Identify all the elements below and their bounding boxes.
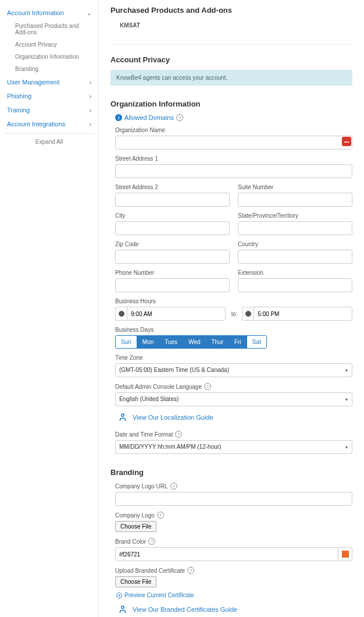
brand-color-input[interactable] bbox=[115, 547, 338, 561]
preview-icon bbox=[116, 593, 122, 598]
nav-label: Account Information bbox=[7, 9, 64, 16]
chevron-right-icon: › bbox=[90, 93, 91, 100]
help-icon[interactable]: ? bbox=[175, 431, 182, 438]
ext-input[interactable] bbox=[238, 278, 352, 292]
chevron-right-icon: › bbox=[90, 121, 91, 127]
label-country: Country bbox=[238, 241, 352, 247]
day-btn-sun[interactable]: Sun bbox=[116, 336, 137, 348]
days-toggle-group: SunMonTuesWedThurFriSat bbox=[115, 335, 267, 349]
section-title: Purchased Products and Add-ons bbox=[110, 6, 352, 15]
lang-select[interactable]: English (United States) bbox=[115, 392, 352, 406]
hours-to-input[interactable] bbox=[254, 311, 352, 317]
cert-guide-link[interactable]: View Our Branded Certificates Guide bbox=[117, 604, 352, 615]
org-name-input[interactable] bbox=[115, 136, 352, 150]
org-section: Organization Information i Allowed Domai… bbox=[110, 100, 352, 454]
guide-icon bbox=[117, 412, 128, 423]
city-input[interactable] bbox=[115, 221, 230, 235]
subnav-privacy[interactable]: Account Privacy bbox=[13, 38, 94, 51]
link-text: Preview Current Certificate bbox=[124, 592, 194, 598]
nav-label: Account Integrations bbox=[7, 120, 65, 127]
color-swatch-box[interactable] bbox=[338, 547, 352, 561]
day-btn-tues[interactable]: Tues bbox=[159, 336, 183, 348]
section-title: Account Privacy bbox=[110, 55, 352, 64]
preview-cert-link[interactable]: Preview Current Certificate bbox=[116, 592, 352, 598]
allowed-domains-link[interactable]: i Allowed Domains ? bbox=[115, 114, 352, 121]
nav-training[interactable]: Training › bbox=[5, 103, 94, 117]
hours-from-group[interactable] bbox=[115, 307, 226, 321]
timezone-select[interactable]: (GMT-05:00) Eastern Time (US & Canada) bbox=[115, 363, 352, 377]
label-lang: Default Admin Console Language ? bbox=[115, 383, 352, 390]
nav-account-info[interactable]: Account Information ⌄ bbox=[5, 6, 94, 20]
help-icon[interactable]: ? bbox=[204, 383, 211, 390]
sub-nav: Purchased Products and Add-ons Account P… bbox=[5, 20, 94, 75]
day-btn-sat[interactable]: Sat bbox=[247, 336, 266, 348]
day-btn-thur[interactable]: Thur bbox=[206, 336, 230, 348]
street2-input[interactable] bbox=[115, 193, 230, 207]
color-swatch bbox=[342, 551, 349, 558]
datetime-select[interactable]: MM/DD/YYYY hh:mm AM/PM (12-hour) bbox=[115, 440, 352, 454]
day-btn-wed[interactable]: Wed bbox=[183, 336, 206, 348]
link-text: View Our Localization Guide bbox=[133, 414, 213, 421]
help-icon[interactable]: ? bbox=[170, 483, 177, 490]
privacy-section: Account Privacy KnowBe4 agents can acces… bbox=[110, 55, 352, 86]
nav-label: Phishing bbox=[7, 93, 31, 100]
choose-file-cert-button[interactable]: Choose File bbox=[115, 576, 156, 587]
label-brand-color: Brand Color ? bbox=[115, 538, 352, 545]
subnav-purchased[interactable]: Purchased Products and Add-ons bbox=[13, 20, 94, 38]
day-btn-mon[interactable]: Mon bbox=[137, 336, 159, 348]
label-datetime: Date and Time Format ? bbox=[115, 431, 352, 438]
label-suite: Suite Number bbox=[238, 184, 352, 190]
subnav-org-info[interactable]: Organization Information bbox=[13, 51, 94, 63]
label-logo-url: Company Logo URL ? bbox=[115, 483, 352, 490]
nav-user-mgmt[interactable]: User Management › bbox=[5, 75, 94, 89]
main-content: Purchased Products and Add-ons KMSAT Acc… bbox=[99, 0, 364, 617]
label-timezone: Time Zone bbox=[115, 354, 352, 361]
label-org-name: Organization Name bbox=[115, 127, 352, 133]
guide-icon bbox=[117, 604, 128, 615]
help-icon[interactable]: ? bbox=[157, 512, 164, 519]
logo-url-input[interactable] bbox=[115, 492, 352, 506]
help-icon[interactable]: ? bbox=[176, 114, 183, 121]
expand-all-link[interactable]: Expand All bbox=[5, 133, 94, 150]
localization-guide-link[interactable]: View Our Localization Guide bbox=[117, 412, 352, 423]
phone-input[interactable] bbox=[115, 278, 230, 292]
label-hours: Business Hours bbox=[115, 298, 352, 304]
label-state: State/Province/Territory bbox=[238, 212, 352, 219]
hours-to-group[interactable] bbox=[242, 307, 352, 321]
state-input[interactable] bbox=[238, 221, 352, 235]
zip-input[interactable] bbox=[115, 250, 230, 264]
street1-input[interactable] bbox=[115, 164, 352, 178]
label-ext: Extension bbox=[238, 270, 352, 276]
chevron-right-icon: › bbox=[90, 107, 91, 114]
link-text: Allowed Domains bbox=[124, 114, 174, 121]
nav-phishing[interactable]: Phishing › bbox=[5, 89, 94, 103]
lastpass-icon[interactable]: ••• bbox=[342, 137, 351, 146]
suite-input[interactable] bbox=[238, 193, 352, 207]
product-pill: KMSAT bbox=[115, 20, 145, 30]
svg-point-1 bbox=[122, 606, 124, 609]
chevron-down-icon: ⌄ bbox=[87, 10, 91, 16]
info-icon: i bbox=[115, 114, 122, 121]
label-cert: Upload Branded Certificate ? bbox=[115, 567, 352, 574]
label-street1: Street Address 1 bbox=[115, 155, 352, 162]
nav-label: Training bbox=[7, 107, 30, 114]
clock-icon bbox=[116, 307, 127, 320]
help-icon[interactable]: ? bbox=[148, 538, 155, 545]
country-input[interactable] bbox=[238, 250, 352, 264]
label-zip: Zip Code bbox=[115, 241, 230, 247]
nav-integrations[interactable]: Account Integrations › bbox=[5, 117, 94, 131]
to-label: to bbox=[231, 311, 236, 317]
clock-icon bbox=[242, 307, 254, 320]
subnav-branding[interactable]: Branding bbox=[13, 63, 94, 75]
label-street2: Street Address 2 bbox=[115, 184, 230, 190]
label-city: City bbox=[115, 212, 230, 219]
hours-from-input[interactable] bbox=[127, 311, 225, 317]
section-title: Organization Information bbox=[110, 100, 352, 108]
help-icon[interactable]: ? bbox=[187, 567, 194, 574]
purchased-section: Purchased Products and Add-ons KMSAT bbox=[110, 6, 352, 30]
choose-file-logo-button[interactable]: Choose File bbox=[115, 521, 156, 532]
label-phone: Phone Number bbox=[115, 270, 230, 276]
svg-point-0 bbox=[122, 414, 124, 417]
day-btn-fri[interactable]: Fri bbox=[229, 336, 247, 348]
sidebar: Account Information ⌄ Purchased Products… bbox=[0, 0, 99, 617]
